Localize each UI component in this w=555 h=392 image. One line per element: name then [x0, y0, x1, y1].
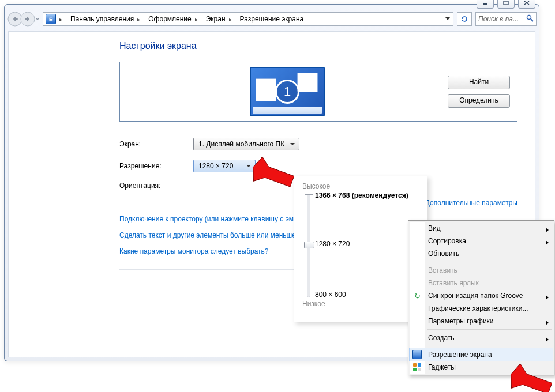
resolution-combo-value: 1280 × 720 — [198, 162, 233, 170]
submenu-arrow-icon — [546, 239, 549, 247]
res-option-top[interactable]: 1366 × 768 (рекомендуется) — [315, 191, 408, 199]
ctx-gadgets[interactable]: Гаджеты — [410, 361, 553, 374]
monitor-number: 1 — [275, 80, 299, 104]
gadgets-icon — [412, 363, 422, 372]
search-placeholder: Поиск в па... — [478, 15, 524, 23]
nav-back-forward[interactable] — [7, 10, 39, 28]
close-button[interactable] — [518, 0, 535, 9]
chevron-down-icon — [245, 162, 253, 170]
window-caption-buttons — [477, 0, 535, 9]
page-title: Настройки экрана — [119, 41, 518, 51]
screen-combo[interactable]: 1. Дисплей мобильного ПК — [193, 138, 299, 150]
find-button[interactable]: Найти — [448, 76, 510, 89]
display-preview: 1 Найти Определить — [119, 62, 518, 122]
breadcrumb-label: Экран — [206, 15, 226, 23]
slider-thumb[interactable] — [304, 242, 314, 248]
ctx-gfx-params[interactable]: Параметры графики — [410, 315, 553, 327]
search-input[interactable]: Поиск в па... — [475, 12, 537, 26]
breadcrumb-item[interactable]: Экран▸ — [201, 13, 235, 25]
detect-button[interactable]: Определить — [448, 94, 510, 108]
maximize-button[interactable] — [497, 0, 515, 9]
ctx-paste-shortcut: Вставить ярлык — [410, 277, 553, 289]
svg-line-7 — [531, 19, 533, 21]
control-panel-icon[interactable]: ⊞▸ — [43, 13, 66, 25]
toolbar: ⊞▸ Панель управления▸ Оформление▸ Экран▸… — [7, 9, 537, 29]
label-low: Низкое — [302, 300, 419, 308]
label-high: Высокое — [302, 182, 419, 190]
address-dropdown-icon[interactable] — [442, 13, 453, 25]
address-bar[interactable]: ⊞▸ Панель управления▸ Оформление▸ Экран▸… — [43, 12, 453, 26]
ctx-new[interactable]: Создать — [410, 331, 553, 344]
ctx-view[interactable]: Вид — [410, 222, 553, 235]
ctx-gfx-props[interactable]: Графические характеристики... — [410, 302, 553, 315]
ctx-paste: Вставить — [410, 264, 553, 277]
ctx-sort[interactable]: Сортировка — [410, 235, 553, 247]
resolution-combo[interactable]: 1280 × 720 — [193, 160, 256, 172]
minimize-button[interactable] — [477, 0, 494, 9]
breadcrumb-label: Оформление — [148, 15, 191, 23]
ctx-groove-sync[interactable]: ↻ Синхронизация папок Groove — [410, 289, 553, 302]
submenu-arrow-icon — [546, 226, 549, 234]
svg-point-6 — [527, 16, 531, 20]
submenu-arrow-icon — [546, 336, 549, 344]
resolution-slider[interactable]: 1366 × 768 (рекомендуется) 1280 × 720 80… — [302, 194, 419, 296]
screen-combo-value: 1. Дисплей мобильного ПК — [198, 140, 284, 148]
submenu-arrow-icon — [546, 319, 549, 327]
label-screen: Экран: — [119, 140, 193, 148]
refresh-icon — [460, 15, 468, 23]
search-icon — [526, 14, 534, 24]
monitor-thumb[interactable]: 1 — [250, 67, 325, 116]
display-icon — [412, 350, 422, 359]
res-option-bot[interactable]: 800 × 600 — [315, 291, 346, 299]
desktop-context-menu: Вид Сортировка Обновить Вставить Вставит… — [408, 220, 554, 375]
label-orientation: Ориентация: — [119, 182, 193, 190]
refresh-button[interactable] — [457, 12, 472, 26]
breadcrumb-label: Разрешение экрана — [240, 15, 304, 23]
breadcrumb-item[interactable]: Разрешение экрана — [235, 13, 308, 25]
res-option-mid[interactable]: 1280 × 720 — [315, 240, 350, 248]
breadcrumb-item[interactable]: Оформление▸ — [144, 13, 201, 25]
ctx-refresh[interactable]: Обновить — [410, 247, 553, 260]
breadcrumb-label: Панель управления — [70, 15, 134, 23]
ctx-screen-resolution[interactable]: Разрешение экрана — [410, 348, 553, 361]
svg-rect-1 — [504, 1, 508, 5]
sync-icon: ↻ — [412, 291, 422, 300]
breadcrumb-item[interactable]: Панель управления▸ — [66, 13, 144, 25]
submenu-arrow-icon — [546, 293, 549, 301]
label-resolution: Разрешение: — [119, 162, 193, 170]
chevron-down-icon — [288, 140, 297, 148]
advanced-link[interactable]: Дополнительные параметры — [425, 199, 518, 207]
